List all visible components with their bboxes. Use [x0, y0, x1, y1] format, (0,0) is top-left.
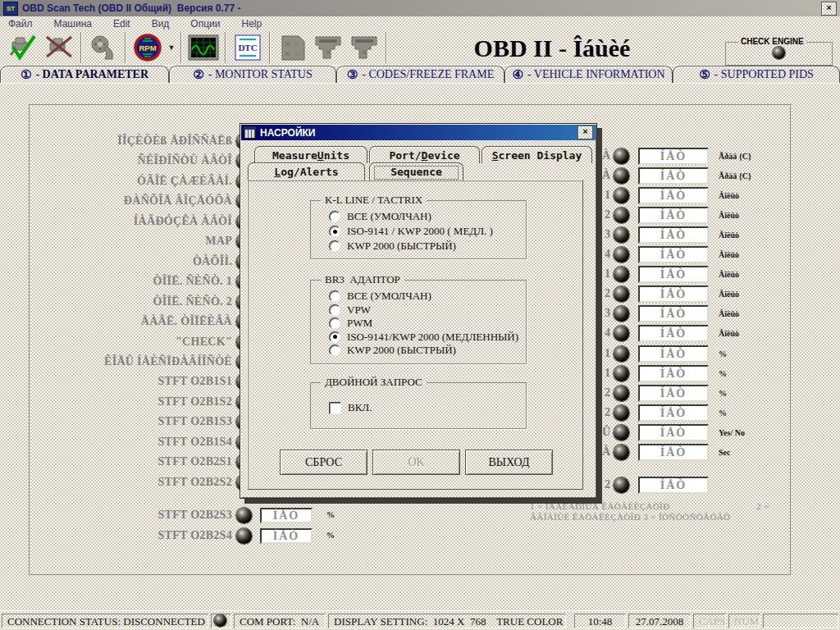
- param-label-tail: 4: [596, 248, 610, 261]
- dtc-button[interactable]: DTC: [230, 32, 266, 63]
- menu-item-help[interactable]: Help: [241, 18, 262, 30]
- radio-option[interactable]: KWP 2000 (БЫСТРЫЙ): [329, 239, 526, 253]
- plug-a-button[interactable]: A: [310, 32, 346, 63]
- param-unit: Âîëüò: [719, 231, 739, 240]
- window-close-button[interactable]: ×: [821, 2, 837, 16]
- group-br3-adapter: BR3 АДАПТОР ВСЕ (УМОЛЧАН)VPWPWMISO-9141/…: [310, 280, 527, 364]
- svg-text:B: B: [363, 49, 367, 55]
- param-label: STFT O2B1S4: [29, 436, 232, 450]
- dialog-tab-sequence[interactable]: Sequence: [369, 162, 463, 180]
- double-request-option[interactable]: ВКЛ.: [329, 401, 526, 414]
- param-label-tail: 2: [596, 386, 610, 399]
- menu-item-вид[interactable]: Вид: [152, 18, 170, 30]
- param-value-box: ÍÅÒ: [638, 246, 709, 263]
- param-led: [614, 405, 629, 421]
- dialog-tab-screen-display[interactable]: Screen Display: [482, 146, 592, 163]
- param-unit: %: [719, 409, 727, 418]
- param-led: [614, 188, 629, 203]
- tab-label-accel: L: [274, 166, 281, 178]
- dialog-titlebar[interactable]: НАСРОЙКИ ×: [241, 125, 596, 140]
- tab--vehicle-information[interactable]: ④- VEHICLE INFORMATION: [504, 66, 673, 83]
- connect-button[interactable]: [5, 32, 41, 63]
- group-double-request-title: ДВОЙНОЙ ЗАПРОС: [321, 376, 427, 389]
- radio-option[interactable]: ВСЕ (УМОЛЧАН): [329, 290, 526, 304]
- oscilloscope-button[interactable]: [185, 32, 221, 63]
- param-value-box: ÍÅÒ: [638, 167, 709, 185]
- param-led: [614, 326, 629, 341]
- tab-label: creen Display: [499, 149, 582, 162]
- memory-card-icon: [277, 34, 307, 62]
- toolbar-separator: [180, 32, 182, 63]
- tab-label: - VEHICLE INFORMATION: [527, 68, 665, 81]
- radio-icon[interactable]: [329, 290, 340, 302]
- radio-icon[interactable]: [329, 331, 340, 343]
- dialog-tab-port-device[interactable]: Port/Device: [369, 146, 480, 163]
- выход-button[interactable]: ВЫХОД: [465, 450, 553, 475]
- param-unit: %: [719, 389, 727, 398]
- tab--supported-pids[interactable]: ⑤- SUPPORTED PIDS: [673, 66, 840, 83]
- radio-label: VPW: [347, 304, 371, 317]
- param-label: ÍÀÃÐÓÇÊÀ ÀÂÒÎ: [29, 215, 232, 229]
- param-value-box: ÍÅÒ: [260, 508, 313, 523]
- dtc-icon: DTC: [233, 34, 262, 62]
- toolbar-separator: [269, 32, 271, 63]
- param-label-tail: À: [596, 169, 610, 182]
- dialog-tab-measure-units[interactable]: Measure Units: [254, 146, 368, 163]
- plug-a-icon: A: [313, 34, 344, 62]
- rpm-dropdown-arrow[interactable]: ▼: [166, 32, 177, 63]
- legend-line2: ÂÂÎÄÍÛÉ ÊÀÒÀËÈÇÀÒÎÐ 3 = ÎÒÑÓÒÑÒÂÓÅÒ: [530, 512, 769, 523]
- memory-card-button[interactable]: [274, 32, 310, 63]
- tab-label: Measure: [272, 149, 317, 162]
- radio-option[interactable]: KWP 2000 (БЫСТРЫЙ): [329, 344, 526, 358]
- param-led: [614, 386, 629, 401]
- menu-item-edit[interactable]: Edit: [113, 18, 130, 30]
- plug-b-button[interactable]: B: [346, 32, 382, 63]
- radio-icon[interactable]: [329, 211, 340, 222]
- record-log-button[interactable]: [85, 32, 121, 63]
- tab--data-parameter[interactable]: ①- DATA PARAMETER: [0, 66, 169, 83]
- checkbox-icon[interactable]: [329, 402, 341, 414]
- param-led: [614, 208, 629, 223]
- param-value-box: ÍÅÒ: [638, 266, 709, 283]
- radio-option[interactable]: ISO-9141/KWP 2000 (МЕДЛЕННЫЙ): [329, 331, 526, 345]
- tab-number: ③: [347, 67, 358, 82]
- tab-label: Sequence: [390, 166, 442, 178]
- сброс-button[interactable]: СБРОС: [280, 450, 368, 475]
- radio-option[interactable]: ВСЕ (УМОЛЧАН): [329, 209, 526, 224]
- param-led: [614, 168, 629, 184]
- menu-item-опции[interactable]: Опции: [190, 18, 220, 30]
- tab-label: og/Alerts: [281, 166, 338, 178]
- disconnect-button[interactable]: [41, 32, 77, 63]
- com-port-status: COM PORT: N/A: [234, 614, 326, 628]
- radio-option[interactable]: PWM: [329, 317, 526, 331]
- dialog-tab-log-alerts[interactable]: Log/Alerts: [248, 162, 365, 180]
- radio-option[interactable]: ISO-9141 / KWP 2000 ( МЕДЛ. ): [329, 224, 526, 239]
- param-value-box: ÍÅÒ: [638, 207, 709, 224]
- param-label: STFT O2B1S2: [29, 395, 232, 409]
- tab-label-accel: S: [492, 149, 499, 162]
- radio-option[interactable]: VPW: [329, 304, 526, 317]
- legend-line1-right: 2 =: [756, 501, 769, 512]
- check-engine-indicator: CHECK ENGINE: [725, 42, 833, 66]
- rpm-button[interactable]: RPM: [130, 32, 166, 63]
- dialog-close-button[interactable]: ×: [578, 126, 593, 139]
- radio-icon[interactable]: [329, 226, 340, 237]
- menu-item-файл[interactable]: Файл: [8, 18, 33, 30]
- param-value-box: ÍÅÒ: [638, 477, 709, 494]
- param-unit: Yes/ No: [719, 428, 745, 437]
- tab--monitor-status[interactable]: ②- MONITOR STATUS: [169, 66, 336, 83]
- tab-number: ⑤: [699, 67, 710, 82]
- param-label-tail: 1: [596, 367, 610, 380]
- param-label-tail: À: [596, 445, 610, 459]
- radio-icon[interactable]: [329, 317, 340, 329]
- param-label: STFT O2B2S2: [29, 476, 232, 490]
- status-spacer: [763, 614, 838, 628]
- param-value-box: ÍÅÒ: [638, 385, 709, 402]
- menu-bar: ФайлМашинаEditВидОпцииHelp: [0, 16, 840, 30]
- radio-icon[interactable]: [329, 240, 340, 252]
- dialog-title: НАСРОЙКИ: [260, 127, 573, 139]
- tab--codes-freeze-frame[interactable]: ③- CODES/FREEZE FRAME: [336, 66, 504, 83]
- radio-icon[interactable]: [329, 304, 340, 316]
- radio-icon[interactable]: [329, 345, 340, 356]
- menu-item-машина[interactable]: Машина: [54, 18, 92, 30]
